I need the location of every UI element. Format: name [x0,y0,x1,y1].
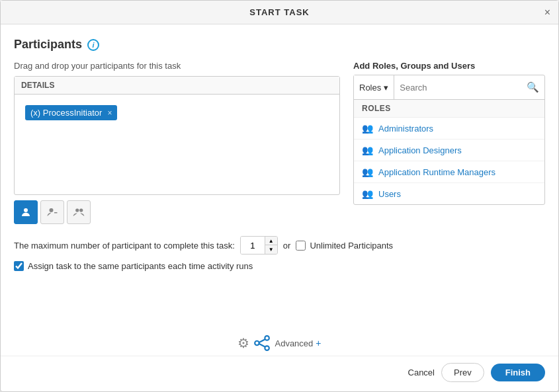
role-icon-administrators: 👥 [362,123,373,134]
spin-col: ▲ ▼ [265,237,277,254]
assign-checkbox-row: Assign task to the same participants eac… [14,261,545,271]
role-item-administrators[interactable]: 👥 Administrators [354,118,544,139]
modal-header: START TASK × [1,1,558,24]
max-number-input[interactable] [241,237,265,254]
participant-tag-label: (x) ProcessInitiator [30,108,102,118]
svg-point-3 [75,208,79,212]
single-user-icon-btn[interactable] [14,200,38,224]
add-roles-label: Add Roles, Groups and Users [353,61,545,71]
prev-button[interactable]: Prev [441,363,484,382]
two-col-layout: Drag and drop your participants for this… [14,61,545,224]
roles-search-input[interactable] [394,75,521,99]
svg-point-4 [79,208,83,212]
role-label-application-designers: Application Designers [378,145,462,155]
role-icon-runtime-managers: 👥 [362,167,373,177]
modal-title: START TASK [249,7,309,17]
svg-point-6 [265,336,270,340]
multi-user-icon-btn[interactable] [67,200,91,224]
left-col: Drag and drop your participants for this… [14,61,340,224]
svg-point-5 [255,341,260,346]
num-input-group: ▲ ▼ [240,236,278,255]
spin-up-button[interactable]: ▲ [265,237,277,245]
roles-dropdown-value: Roles [359,83,381,93]
search-icon[interactable]: 🔍 [521,81,544,93]
start-task-modal: START TASK × Participants i Drag and dro… [0,0,559,392]
svg-point-1 [50,208,54,212]
role-icon-users: 👥 [362,188,373,199]
section-title: Participants i [14,38,545,52]
role-label-users: Users [378,189,401,199]
svg-line-8 [259,340,265,342]
finish-button[interactable]: Finish [491,364,545,381]
unlimited-row: Unlimited Participants [296,241,393,251]
roles-dropdown[interactable]: Roles ▾ [354,75,394,99]
info-icon[interactable]: i [87,39,99,51]
role-item-application-designers[interactable]: 👥 Application Designers [354,139,544,161]
roles-header: ROLES [354,100,544,118]
advanced-plus-icon: + [316,338,321,348]
role-label-runtime-managers: Application Runtime Managers [378,167,495,177]
modal-footer: Cancel Prev Finish [1,356,558,391]
unlimited-checkbox[interactable] [296,241,306,251]
bottom-options: The maximum number of participant to com… [14,236,545,271]
max-label: The maximum number of participant to com… [14,241,235,251]
assign-checkbox[interactable] [14,261,24,271]
flow-icon-btn[interactable] [253,334,271,352]
gear-icon: ⚙ [237,335,249,351]
participant-tag: (x) ProcessInitiator × [25,105,117,120]
role-icon-application-designers: 👥 [362,145,373,155]
svg-line-9 [259,344,265,346]
unlimited-label: Unlimited Participants [310,241,393,251]
max-participants-row: The maximum number of participant to com… [14,236,545,255]
roles-search-row: Roles ▾ 🔍 [354,75,544,100]
drop-area[interactable]: DETAILS (x) ProcessInitiator × [14,76,340,195]
svg-point-0 [24,208,28,212]
modal-body: Participants i Drag and drop your partic… [1,24,558,328]
tag-remove-button[interactable]: × [107,108,112,118]
spin-down-button[interactable]: ▼ [265,245,277,254]
details-header: DETAILS [15,77,339,95]
icon-row [14,200,340,224]
participants-heading: Participants [14,38,82,52]
role-label-administrators: Administrators [378,124,433,134]
drag-label: Drag and drop your participants for this… [14,61,340,71]
roles-panel: Roles ▾ 🔍 ROLES 👥 Administrators � [353,75,545,205]
close-button[interactable]: × [544,7,550,19]
advanced-label: Advanced [275,338,313,348]
dropdown-arrow-icon: ▾ [384,83,388,93]
svg-point-7 [265,346,270,350]
gear-icon-btn[interactable]: ⚙ [237,335,249,351]
or-label: or [283,241,291,251]
advanced-button[interactable]: Advanced + [275,338,321,348]
cancel-button[interactable]: Cancel [408,368,435,377]
footer-icons-row: ⚙ Advanced + [1,328,558,356]
role-item-application-runtime-managers[interactable]: 👥 Application Runtime Managers [354,161,544,183]
role-item-users[interactable]: 👥 Users [354,183,544,204]
right-col: Add Roles, Groups and Users Roles ▾ 🔍 RO… [353,61,545,224]
assign-label: Assign task to the same participants eac… [28,261,253,271]
user-minus-icon-btn[interactable] [40,200,64,224]
